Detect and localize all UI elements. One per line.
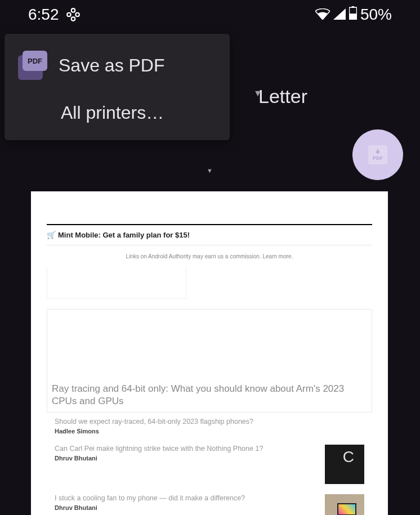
expand-chevron-icon[interactable]: ▼ bbox=[207, 167, 213, 174]
battery-icon bbox=[349, 6, 357, 24]
preview-content: 🛒 Mint Mobile: Get a family plan for $15… bbox=[31, 224, 388, 515]
battery-percentage: 50% bbox=[360, 6, 392, 24]
article-title: I stuck a cooling fan to my phone — did … bbox=[55, 494, 318, 502]
save-as-pdf-option[interactable]: PDF Save as PDF bbox=[5, 39, 230, 91]
promo-banner: 🛒 Mint Mobile: Get a family plan for $15… bbox=[47, 225, 372, 245]
printer-dropdown-menu: PDF Save as PDF All printers… bbox=[5, 34, 230, 140]
cart-icon: 🛒 bbox=[47, 231, 56, 239]
article-author: Hadlee Simons bbox=[55, 428, 364, 435]
status-bar: 6:52 bbox=[0, 0, 420, 29]
chevron-down-icon[interactable]: ▼ bbox=[253, 88, 262, 98]
wifi-icon bbox=[315, 6, 330, 24]
pdf-icon: PDF bbox=[18, 51, 47, 80]
print-preview-page[interactable]: 🛒 Mint Mobile: Get a family plan for $15… bbox=[31, 191, 388, 515]
article-author: Dhruv Bhutani bbox=[55, 455, 318, 462]
pinwheel-icon bbox=[66, 7, 81, 22]
article-title: Should we expect ray-traced, 64-bit-only… bbox=[55, 418, 364, 426]
featured-article-title: Ray tracing and 64-bit only: What you sh… bbox=[52, 383, 367, 407]
empty-ad-slot bbox=[47, 267, 186, 299]
svg-rect-2 bbox=[349, 14, 356, 20]
clock-time: 6:52 bbox=[28, 6, 59, 24]
signal-icon bbox=[333, 6, 346, 24]
article-thumbnail: C bbox=[325, 445, 364, 484]
save-pdf-fab[interactable]: PDF bbox=[352, 129, 403, 180]
article-list-item: Should we expect ray-traced, 64-bit-only… bbox=[47, 413, 372, 440]
status-right: 50% bbox=[315, 6, 392, 24]
promo-text: Mint Mobile: Get a family plan for $15! bbox=[58, 231, 190, 239]
save-as-pdf-label: Save as PDF bbox=[59, 55, 165, 76]
affiliate-disclosure: Links on Android Authority may earn us a… bbox=[47, 245, 372, 267]
article-thumbnail bbox=[325, 494, 364, 515]
article-list-item: I stuck a cooling fan to my phone — did … bbox=[47, 489, 372, 515]
pdf-download-icon: PDF bbox=[368, 145, 387, 164]
article-title: Can Carl Pei make lightning strike twice… bbox=[55, 445, 318, 453]
status-left: 6:52 bbox=[28, 6, 81, 24]
all-printers-option[interactable]: All printers… bbox=[5, 91, 230, 135]
article-author: Dhruv Bhutani bbox=[55, 504, 318, 511]
featured-article-card: Ray tracing and 64-bit only: What you sh… bbox=[47, 309, 372, 413]
paper-size-value[interactable]: Letter bbox=[258, 86, 307, 108]
all-printers-label: All printers… bbox=[61, 102, 164, 123]
article-list-item: Can Carl Pei make lightning strike twice… bbox=[47, 440, 372, 489]
